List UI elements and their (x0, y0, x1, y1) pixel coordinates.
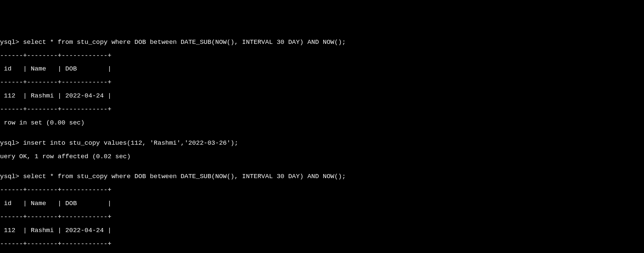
table-border: ------+--------+------------+ (0, 214, 644, 221)
table-border: ------+--------+------------+ (0, 53, 644, 59)
sql-select-2: select * from stu_copy where DOB between… (23, 173, 346, 180)
table-row: 112 | Rashmi | 2022-04-24 | (0, 227, 644, 234)
table-border: ------+--------+------------+ (0, 241, 644, 248)
table-border: ------+--------+------------+ (0, 79, 644, 86)
rows-footer: row in set (0.00 sec) (0, 120, 644, 126)
prompt: ysql> (0, 139, 23, 147)
table-border: ------+--------+------------+ (0, 187, 644, 194)
query-line-2: ysql> select * from stu_copy where DOB b… (0, 173, 644, 180)
prompt: ysql> (0, 38, 23, 46)
table-header: id | Name | DOB | (0, 66, 644, 73)
query-ok-1: uery OK, 1 row affected (0.02 sec) (0, 153, 644, 160)
mysql-terminal[interactable]: ysql> select * from stu_copy where DOB b… (0, 27, 644, 253)
prompt: ysql> (0, 173, 23, 180)
table-border: ------+--------+------------+ (0, 106, 644, 113)
table-header: id | Name | DOB | (0, 200, 644, 207)
table-row: 112 | Rashmi | 2022-04-24 | (0, 93, 644, 100)
sql-insert-1: insert into stu_copy values(112, 'Rashmi… (23, 139, 238, 147)
sql-select-1: select * from stu_copy where DOB between… (23, 38, 346, 46)
insert-line-1: ysql> insert into stu_copy values(112, '… (0, 140, 644, 147)
query-line-1: ysql> select * from stu_copy where DOB b… (0, 39, 644, 46)
